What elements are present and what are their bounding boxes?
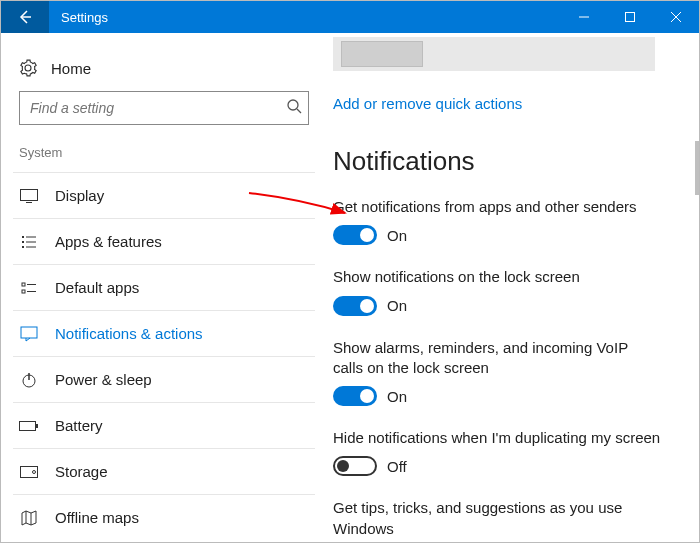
close-button[interactable] [653, 1, 699, 33]
setting-label: Show notifications on the lock screen [333, 267, 681, 287]
setting-label: Get tips, tricks, and suggestions as you… [333, 498, 681, 539]
sidebar-item-notifications-actions[interactable]: Notifications & actions [13, 311, 315, 357]
title-bar: Settings [1, 1, 699, 33]
quick-actions-strip [333, 37, 655, 71]
battery-icon [19, 420, 39, 432]
back-button[interactable] [1, 1, 49, 33]
search-icon [286, 98, 302, 118]
svg-point-5 [288, 100, 298, 110]
display-icon [19, 189, 39, 203]
sidebar-group-label: System [13, 145, 315, 172]
svg-rect-7 [21, 189, 38, 200]
setting-label: Show alarms, reminders, and incoming VoI… [333, 338, 653, 379]
setting-lock-screen-notifications: Show notifications on the lock screen On [333, 267, 681, 315]
svg-rect-23 [36, 424, 38, 428]
search-input[interactable] [30, 100, 286, 116]
toggle-lock-screen-notifications[interactable] [333, 296, 377, 316]
sidebar-home-label: Home [51, 60, 91, 77]
sidebar-item-label: Apps & features [55, 233, 162, 250]
sidebar-item-battery[interactable]: Battery [13, 403, 315, 449]
window-title: Settings [49, 10, 561, 25]
toggle-hide-when-duplicating[interactable] [333, 456, 377, 476]
svg-line-6 [297, 109, 301, 113]
svg-rect-24 [21, 466, 38, 477]
setting-alarms-lock-screen: Show alarms, reminders, and incoming VoI… [333, 338, 681, 407]
toggle-get-notifications[interactable] [333, 225, 377, 245]
setting-tips-suggestions: Get tips, tricks, and suggestions as you… [333, 498, 681, 543]
sidebar-item-label: Notifications & actions [55, 325, 203, 342]
sidebar-item-label: Display [55, 187, 104, 204]
svg-rect-15 [22, 283, 25, 286]
svg-rect-19 [21, 327, 37, 338]
sidebar-home[interactable]: Home [13, 53, 315, 91]
quick-actions-link[interactable]: Add or remove quick actions [333, 71, 681, 120]
sidebar-item-label: Offline maps [55, 509, 139, 526]
toggle-state: On [387, 227, 407, 244]
content-area: Home System Display Apps & features [1, 33, 699, 542]
toggle-state: On [387, 388, 407, 405]
setting-label: Hide notifications when I'm duplicating … [333, 428, 681, 448]
apps-icon [19, 234, 39, 250]
maps-icon [19, 510, 39, 526]
scrollbar-thumb[interactable] [695, 141, 700, 195]
window-controls [561, 1, 699, 33]
notifications-icon [19, 326, 39, 342]
sidebar-item-default-apps[interactable]: Default apps [13, 265, 315, 311]
setting-hide-when-duplicating: Hide notifications when I'm duplicating … [333, 428, 681, 476]
sidebar: Home System Display Apps & features [1, 33, 321, 542]
svg-point-25 [33, 470, 36, 473]
back-arrow-icon [17, 9, 33, 25]
gear-icon [19, 59, 37, 77]
quick-action-tile[interactable] [341, 41, 423, 67]
toggle-state: Off [387, 458, 407, 475]
svg-rect-2 [626, 13, 635, 22]
sidebar-item-label: Power & sleep [55, 371, 152, 388]
sidebar-item-apps-features[interactable]: Apps & features [13, 219, 315, 265]
minimize-button[interactable] [561, 1, 607, 33]
sidebar-item-offline-maps[interactable]: Offline maps [13, 495, 315, 540]
setting-get-notifications: Get notifications from apps and other se… [333, 197, 681, 245]
svg-rect-17 [22, 290, 25, 293]
search-container [19, 91, 309, 125]
main-panel: Add or remove quick actions Notification… [321, 33, 699, 542]
sidebar-item-label: Storage [55, 463, 108, 480]
storage-icon [19, 466, 39, 478]
sidebar-item-storage[interactable]: Storage [13, 449, 315, 495]
setting-label: Get notifications from apps and other se… [333, 197, 681, 217]
sidebar-item-label: Battery [55, 417, 103, 434]
default-apps-icon [19, 280, 39, 296]
maximize-button[interactable] [607, 1, 653, 33]
section-heading: Notifications [333, 146, 681, 177]
search-box[interactable] [19, 91, 309, 125]
toggle-alarms-lock-screen[interactable] [333, 386, 377, 406]
svg-rect-22 [20, 421, 36, 430]
sidebar-item-display[interactable]: Display [13, 172, 315, 219]
power-icon [19, 372, 39, 388]
toggle-state: On [387, 297, 407, 314]
sidebar-item-label: Default apps [55, 279, 139, 296]
sidebar-item-power-sleep[interactable]: Power & sleep [13, 357, 315, 403]
